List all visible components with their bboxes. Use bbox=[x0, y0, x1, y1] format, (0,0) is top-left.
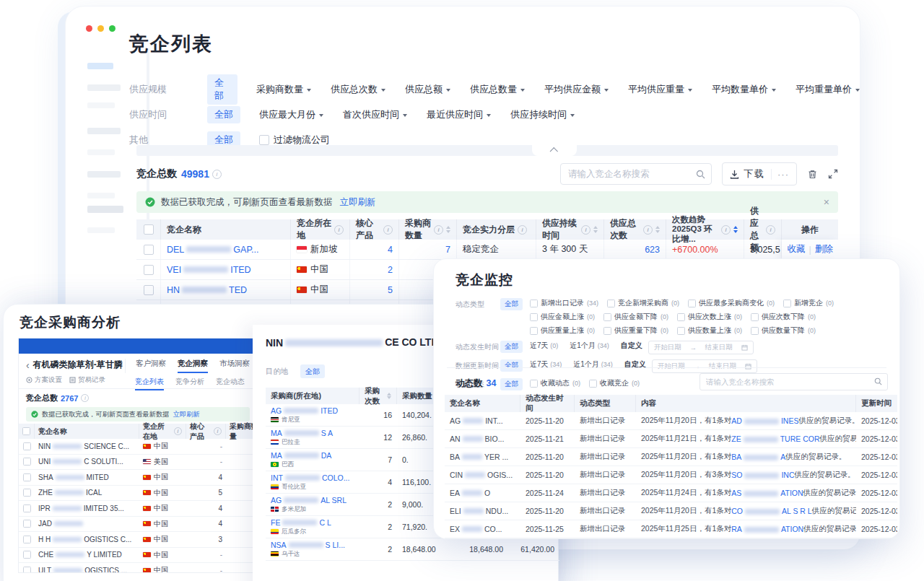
supplier-name-link[interactable]: ASATION bbox=[731, 489, 803, 497]
sidebar-item[interactable] bbox=[87, 128, 121, 134]
filter-dropdown[interactable]: 首次供应时间 bbox=[343, 108, 407, 121]
purchase-times-cell[interactable]: 4 bbox=[359, 471, 397, 493]
competitor-name-link[interactable]: ELINDU... bbox=[445, 502, 520, 520]
search-icon[interactable] bbox=[874, 377, 882, 385]
sidebar-item[interactable] bbox=[87, 171, 121, 178]
competitor-name-link[interactable]: VEIITED bbox=[161, 260, 291, 279]
select-all-checkbox[interactable] bbox=[144, 224, 154, 235]
competitor-name-link[interactable]: JAD bbox=[35, 517, 139, 532]
checkbox-icon[interactable] bbox=[751, 327, 759, 335]
filter-dropdown[interactable]: 供应总额 bbox=[405, 83, 450, 96]
checkbox-icon[interactable] bbox=[530, 300, 538, 307]
row-checkbox[interactable] bbox=[23, 473, 31, 481]
competitor-name-link[interactable]: SHAMITED bbox=[35, 470, 139, 485]
activity-type-checkbox[interactable]: 供应次数下降(0) bbox=[751, 312, 816, 322]
purchase-times-cell[interactable]: 2 bbox=[359, 494, 397, 515]
row-checkbox[interactable] bbox=[144, 285, 154, 295]
supplier-name-link[interactable]: BAA bbox=[731, 453, 785, 461]
competitor-name-link[interactable]: BAYER ... bbox=[445, 448, 520, 466]
row-checkbox[interactable] bbox=[23, 567, 31, 573]
last-month-option[interactable]: 近1个月 (34) bbox=[570, 341, 609, 351]
buyer-name-link[interactable]: NSAS LI... bbox=[271, 541, 345, 549]
competitor-name-link[interactable]: UNIC SOLUTI... bbox=[35, 455, 139, 470]
row-checkbox[interactable] bbox=[23, 442, 31, 450]
checkbox-icon[interactable] bbox=[530, 380, 538, 388]
buyer-count-cell[interactable]: 7 bbox=[399, 240, 457, 259]
more-options-icon[interactable]: ··· bbox=[771, 169, 789, 180]
activity-type-checkbox[interactable]: 供应最多采购商变化(0) bbox=[688, 298, 775, 308]
filter-chip-all[interactable]: 全部 bbox=[500, 341, 523, 353]
tab-customer-insight[interactable]: 客户洞察 bbox=[136, 359, 166, 373]
purchase-times-cell[interactable]: 2 bbox=[359, 538, 397, 560]
maximize-dot-icon[interactable] bbox=[109, 25, 116, 32]
supplier-name-link[interactable]: RAATION bbox=[731, 525, 803, 533]
filter-dropdown[interactable]: 平均供应金额 bbox=[544, 83, 609, 96]
custom-range-label[interactable]: 自定义 bbox=[621, 341, 642, 351]
product-count-cell[interactable]: 4 bbox=[186, 470, 226, 485]
filter-dropdown[interactable]: 平均重量单价 bbox=[796, 83, 860, 96]
activity-type-checkbox[interactable]: 供应数量上涨(0) bbox=[677, 326, 742, 336]
supplier-name-link[interactable]: ZETURE COR bbox=[731, 434, 819, 443]
last-7-days-option[interactable]: 近7天 (0) bbox=[530, 341, 558, 351]
sort-icon[interactable] bbox=[387, 393, 391, 400]
product-count-cell[interactable]: 5 bbox=[186, 486, 226, 501]
filter-chip-all[interactable]: 全部 bbox=[300, 364, 325, 378]
competitor-name-link[interactable]: H HOGISTICS C... bbox=[35, 532, 139, 547]
filter-dropdown[interactable]: 平均数量单价 bbox=[712, 83, 776, 96]
sort-icon-active[interactable] bbox=[733, 226, 738, 233]
row-checkbox[interactable] bbox=[23, 489, 31, 497]
filter-dropdown[interactable]: 平均供应重量 bbox=[628, 83, 692, 96]
buyer-name-link[interactable]: MADA bbox=[271, 451, 331, 460]
supplier-name-link[interactable]: COAL S R L bbox=[731, 507, 811, 515]
sidebar-item[interactable] bbox=[87, 193, 115, 198]
activity-type-checkbox[interactable]: 供应重量上涨(0) bbox=[530, 326, 595, 336]
minimize-dot-icon[interactable] bbox=[97, 25, 104, 32]
refresh-now-link[interactable]: 立即刷新 bbox=[173, 410, 200, 419]
checkbox-icon[interactable] bbox=[603, 313, 611, 321]
purchase-times-cell[interactable]: 16 bbox=[359, 404, 397, 426]
product-count-cell[interactable]: 4 bbox=[186, 517, 226, 532]
checkbox-icon[interactable] bbox=[751, 313, 759, 321]
product-count-cell[interactable]: - bbox=[186, 563, 226, 573]
checkbox-icon[interactable] bbox=[677, 313, 685, 321]
competitor-name-link[interactable]: CHEY LIMITED bbox=[35, 548, 139, 563]
delete-link[interactable]: 删除 bbox=[815, 243, 833, 255]
favorite-link[interactable]: 收藏 bbox=[787, 243, 805, 255]
buyer-name-link[interactable]: INTCOLO... bbox=[271, 473, 349, 482]
supplier-name-link[interactable]: SOINC bbox=[731, 471, 794, 479]
buyer-name-link[interactable]: AGAL SRL bbox=[271, 496, 346, 504]
row-checkbox[interactable] bbox=[23, 520, 31, 528]
product-count-cell[interactable]: 4 bbox=[186, 501, 226, 516]
purchase-times-cell[interactable]: 7 bbox=[359, 449, 397, 471]
download-button[interactable]: 下载 ··· bbox=[722, 162, 797, 185]
checkbox-icon[interactable] bbox=[530, 327, 538, 335]
activity-type-checkbox[interactable]: 新增出口记录(34) bbox=[530, 298, 598, 308]
back-icon[interactable]: ‹ bbox=[26, 359, 30, 371]
filter-chip-all[interactable]: 全部 bbox=[207, 74, 237, 105]
activity-type-checkbox[interactable]: 供应次数上涨(0) bbox=[677, 312, 742, 322]
sort-icon[interactable] bbox=[446, 226, 450, 233]
trade-records-menu[interactable]: 贸易记录 bbox=[69, 375, 105, 385]
purchase-times-cell[interactable]: 12 bbox=[359, 427, 397, 448]
filter-dropdown[interactable]: 最近供应时间 bbox=[427, 108, 491, 121]
product-count-cell[interactable]: 3 bbox=[186, 532, 226, 547]
supplier-name-link[interactable]: ADINES bbox=[731, 416, 798, 425]
buyer-name-link[interactable]: MAS A bbox=[271, 429, 333, 437]
activity-type-checkbox[interactable]: 供应数量下降(0) bbox=[751, 326, 816, 336]
trash-icon[interactable] bbox=[807, 169, 818, 180]
row-checkbox[interactable] bbox=[144, 245, 154, 255]
product-count-cell[interactable]: - bbox=[186, 439, 226, 454]
tab-market-insight[interactable]: 市场洞察 bbox=[219, 359, 250, 373]
competitor-name-link[interactable]: ZHEICAL bbox=[35, 486, 139, 501]
sidebar-item[interactable] bbox=[87, 102, 115, 108]
row-checkbox[interactable] bbox=[23, 551, 31, 559]
buyer-name-link[interactable]: FEC L bbox=[271, 518, 331, 527]
subtab-competitor-activity[interactable]: 竞企动态 bbox=[216, 377, 245, 390]
filter-dropdown[interactable]: 供应总数量 bbox=[470, 83, 525, 96]
subtab-competition-analysis[interactable]: 竞争分析 bbox=[175, 377, 204, 390]
date-range-input[interactable]: 开始日期→结束日期 bbox=[648, 341, 754, 354]
select-all-checkbox[interactable] bbox=[22, 427, 30, 435]
product-count-cell[interactable]: 2 bbox=[350, 260, 399, 279]
activity-type-checkbox[interactable]: 供应金额下降(0) bbox=[603, 312, 668, 322]
close-icon[interactable]: × bbox=[824, 197, 829, 207]
